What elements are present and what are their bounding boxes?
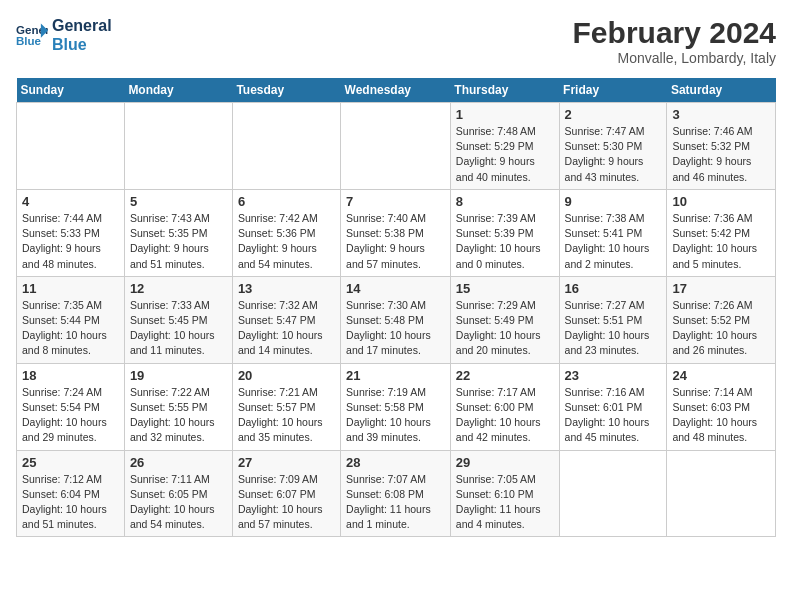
calendar-cell: 17Sunrise: 7:26 AM Sunset: 5:52 PM Dayli… bbox=[667, 276, 776, 363]
day-number: 29 bbox=[456, 455, 554, 470]
weekday-header: Tuesday bbox=[232, 78, 340, 103]
day-info: Sunrise: 7:11 AM Sunset: 6:05 PM Dayligh… bbox=[130, 472, 227, 533]
calendar-cell: 15Sunrise: 7:29 AM Sunset: 5:49 PM Dayli… bbox=[450, 276, 559, 363]
day-number: 6 bbox=[238, 194, 335, 209]
calendar-cell: 26Sunrise: 7:11 AM Sunset: 6:05 PM Dayli… bbox=[124, 450, 232, 537]
calendar-cell: 13Sunrise: 7:32 AM Sunset: 5:47 PM Dayli… bbox=[232, 276, 340, 363]
calendar-week-row: 18Sunrise: 7:24 AM Sunset: 5:54 PM Dayli… bbox=[17, 363, 776, 450]
day-number: 10 bbox=[672, 194, 770, 209]
weekday-header: Monday bbox=[124, 78, 232, 103]
calendar-week-row: 1Sunrise: 7:48 AM Sunset: 5:29 PM Daylig… bbox=[17, 103, 776, 190]
calendar-cell: 4Sunrise: 7:44 AM Sunset: 5:33 PM Daylig… bbox=[17, 189, 125, 276]
weekday-header: Saturday bbox=[667, 78, 776, 103]
day-info: Sunrise: 7:42 AM Sunset: 5:36 PM Dayligh… bbox=[238, 211, 335, 272]
calendar-table: SundayMondayTuesdayWednesdayThursdayFrid… bbox=[16, 78, 776, 537]
calendar-cell: 6Sunrise: 7:42 AM Sunset: 5:36 PM Daylig… bbox=[232, 189, 340, 276]
day-info: Sunrise: 7:22 AM Sunset: 5:55 PM Dayligh… bbox=[130, 385, 227, 446]
day-info: Sunrise: 7:16 AM Sunset: 6:01 PM Dayligh… bbox=[565, 385, 662, 446]
day-number: 19 bbox=[130, 368, 227, 383]
day-number: 23 bbox=[565, 368, 662, 383]
day-info: Sunrise: 7:24 AM Sunset: 5:54 PM Dayligh… bbox=[22, 385, 119, 446]
calendar-cell: 27Sunrise: 7:09 AM Sunset: 6:07 PM Dayli… bbox=[232, 450, 340, 537]
day-info: Sunrise: 7:30 AM Sunset: 5:48 PM Dayligh… bbox=[346, 298, 445, 359]
calendar-cell: 23Sunrise: 7:16 AM Sunset: 6:01 PM Dayli… bbox=[559, 363, 667, 450]
day-number: 11 bbox=[22, 281, 119, 296]
day-number: 25 bbox=[22, 455, 119, 470]
day-number: 28 bbox=[346, 455, 445, 470]
day-number: 4 bbox=[22, 194, 119, 209]
day-number: 2 bbox=[565, 107, 662, 122]
calendar-week-row: 4Sunrise: 7:44 AM Sunset: 5:33 PM Daylig… bbox=[17, 189, 776, 276]
day-number: 14 bbox=[346, 281, 445, 296]
calendar-cell: 16Sunrise: 7:27 AM Sunset: 5:51 PM Dayli… bbox=[559, 276, 667, 363]
day-info: Sunrise: 7:46 AM Sunset: 5:32 PM Dayligh… bbox=[672, 124, 770, 185]
day-info: Sunrise: 7:14 AM Sunset: 6:03 PM Dayligh… bbox=[672, 385, 770, 446]
weekday-header-row: SundayMondayTuesdayWednesdayThursdayFrid… bbox=[17, 78, 776, 103]
day-info: Sunrise: 7:21 AM Sunset: 5:57 PM Dayligh… bbox=[238, 385, 335, 446]
day-number: 12 bbox=[130, 281, 227, 296]
day-number: 17 bbox=[672, 281, 770, 296]
day-number: 5 bbox=[130, 194, 227, 209]
calendar-cell: 1Sunrise: 7:48 AM Sunset: 5:29 PM Daylig… bbox=[450, 103, 559, 190]
calendar-cell: 7Sunrise: 7:40 AM Sunset: 5:38 PM Daylig… bbox=[341, 189, 451, 276]
calendar-cell: 22Sunrise: 7:17 AM Sunset: 6:00 PM Dayli… bbox=[450, 363, 559, 450]
day-info: Sunrise: 7:27 AM Sunset: 5:51 PM Dayligh… bbox=[565, 298, 662, 359]
day-info: Sunrise: 7:07 AM Sunset: 6:08 PM Dayligh… bbox=[346, 472, 445, 533]
weekday-header: Thursday bbox=[450, 78, 559, 103]
calendar-cell bbox=[341, 103, 451, 190]
calendar-cell bbox=[667, 450, 776, 537]
calendar-cell: 29Sunrise: 7:05 AM Sunset: 6:10 PM Dayli… bbox=[450, 450, 559, 537]
day-info: Sunrise: 7:47 AM Sunset: 5:30 PM Dayligh… bbox=[565, 124, 662, 185]
day-info: Sunrise: 7:43 AM Sunset: 5:35 PM Dayligh… bbox=[130, 211, 227, 272]
calendar-cell: 11Sunrise: 7:35 AM Sunset: 5:44 PM Dayli… bbox=[17, 276, 125, 363]
day-number: 8 bbox=[456, 194, 554, 209]
day-info: Sunrise: 7:35 AM Sunset: 5:44 PM Dayligh… bbox=[22, 298, 119, 359]
day-info: Sunrise: 7:40 AM Sunset: 5:38 PM Dayligh… bbox=[346, 211, 445, 272]
title-block: February 2024 Monvalle, Lombardy, Italy bbox=[573, 16, 776, 66]
day-info: Sunrise: 7:05 AM Sunset: 6:10 PM Dayligh… bbox=[456, 472, 554, 533]
day-number: 22 bbox=[456, 368, 554, 383]
day-number: 20 bbox=[238, 368, 335, 383]
day-info: Sunrise: 7:33 AM Sunset: 5:45 PM Dayligh… bbox=[130, 298, 227, 359]
calendar-cell: 2Sunrise: 7:47 AM Sunset: 5:30 PM Daylig… bbox=[559, 103, 667, 190]
day-info: Sunrise: 7:19 AM Sunset: 5:58 PM Dayligh… bbox=[346, 385, 445, 446]
day-number: 15 bbox=[456, 281, 554, 296]
day-number: 26 bbox=[130, 455, 227, 470]
calendar-title: February 2024 bbox=[573, 16, 776, 50]
calendar-cell: 5Sunrise: 7:43 AM Sunset: 5:35 PM Daylig… bbox=[124, 189, 232, 276]
day-number: 18 bbox=[22, 368, 119, 383]
calendar-cell: 12Sunrise: 7:33 AM Sunset: 5:45 PM Dayli… bbox=[124, 276, 232, 363]
day-info: Sunrise: 7:38 AM Sunset: 5:41 PM Dayligh… bbox=[565, 211, 662, 272]
day-info: Sunrise: 7:29 AM Sunset: 5:49 PM Dayligh… bbox=[456, 298, 554, 359]
day-number: 21 bbox=[346, 368, 445, 383]
calendar-cell bbox=[124, 103, 232, 190]
logo-text-general: General bbox=[52, 16, 112, 35]
calendar-cell: 14Sunrise: 7:30 AM Sunset: 5:48 PM Dayli… bbox=[341, 276, 451, 363]
calendar-subtitle: Monvalle, Lombardy, Italy bbox=[573, 50, 776, 66]
calendar-cell: 3Sunrise: 7:46 AM Sunset: 5:32 PM Daylig… bbox=[667, 103, 776, 190]
calendar-cell bbox=[17, 103, 125, 190]
calendar-week-row: 25Sunrise: 7:12 AM Sunset: 6:04 PM Dayli… bbox=[17, 450, 776, 537]
calendar-cell: 10Sunrise: 7:36 AM Sunset: 5:42 PM Dayli… bbox=[667, 189, 776, 276]
weekday-header: Wednesday bbox=[341, 78, 451, 103]
day-number: 7 bbox=[346, 194, 445, 209]
day-number: 27 bbox=[238, 455, 335, 470]
calendar-cell: 19Sunrise: 7:22 AM Sunset: 5:55 PM Dayli… bbox=[124, 363, 232, 450]
day-info: Sunrise: 7:39 AM Sunset: 5:39 PM Dayligh… bbox=[456, 211, 554, 272]
day-info: Sunrise: 7:44 AM Sunset: 5:33 PM Dayligh… bbox=[22, 211, 119, 272]
logo: General Blue General Blue bbox=[16, 16, 112, 54]
calendar-cell bbox=[559, 450, 667, 537]
day-info: Sunrise: 7:26 AM Sunset: 5:52 PM Dayligh… bbox=[672, 298, 770, 359]
calendar-cell: 28Sunrise: 7:07 AM Sunset: 6:08 PM Dayli… bbox=[341, 450, 451, 537]
day-number: 3 bbox=[672, 107, 770, 122]
day-number: 9 bbox=[565, 194, 662, 209]
page-header: General Blue General Blue February 2024 … bbox=[16, 16, 776, 66]
weekday-header: Sunday bbox=[17, 78, 125, 103]
day-info: Sunrise: 7:12 AM Sunset: 6:04 PM Dayligh… bbox=[22, 472, 119, 533]
day-info: Sunrise: 7:32 AM Sunset: 5:47 PM Dayligh… bbox=[238, 298, 335, 359]
svg-text:Blue: Blue bbox=[16, 35, 42, 47]
calendar-week-row: 11Sunrise: 7:35 AM Sunset: 5:44 PM Dayli… bbox=[17, 276, 776, 363]
calendar-cell: 9Sunrise: 7:38 AM Sunset: 5:41 PM Daylig… bbox=[559, 189, 667, 276]
day-number: 1 bbox=[456, 107, 554, 122]
day-number: 16 bbox=[565, 281, 662, 296]
